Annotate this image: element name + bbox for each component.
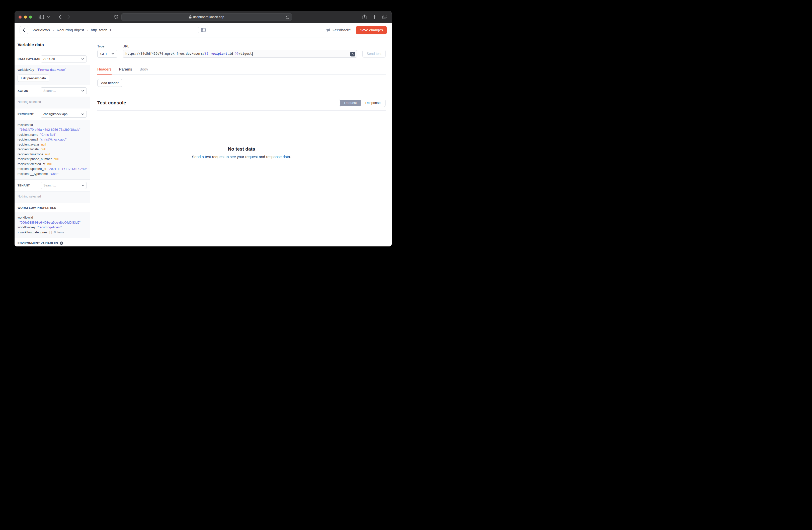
reload-icon[interactable] [286,15,289,19]
field-row: recipient.localenull [17,147,87,152]
tenant-empty-text: Nothing selected [17,194,87,200]
save-changes-button[interactable]: Save changes [356,26,387,34]
field-value-string: "16c1fd70-b49a-48d2-8256-73a2b9f18adb" [19,128,80,131]
breadcrumb-separator: › [87,28,88,32]
field-value-string: "006e938f-98e6-408e-a9de-dbb04d0f83d5" [19,221,81,224]
field-row: workflow.key"recurring-digest" [17,225,87,230]
preview-data-band: variableKey "Preview data value" Edit pr… [15,65,90,85]
panel-layout-icon [201,28,206,32]
data-payload-value: API Call [43,57,55,61]
field-value-null: null [41,143,46,146]
chevron-down-icon[interactable] [47,16,50,18]
field-key: recipient.__typename [17,172,48,176]
feedback-link[interactable]: Feedback? [326,28,351,32]
sidebar-title: Variable data [15,37,90,53]
new-tab-icon[interactable] [373,15,376,19]
megaphone-icon [326,28,331,32]
variable-data-sidebar: Variable data DATA PAYLOAD API Call vari… [15,37,90,247]
close-window-button[interactable] [18,16,21,18]
workflow-fields-band: workflow.id"006e938f-98e6-408e-a9de-dbb0… [15,213,90,238]
back-icon[interactable] [59,15,61,19]
field-key: workflow.categories [20,231,47,234]
share-icon[interactable] [362,15,367,19]
method-select[interactable]: GET [97,50,117,58]
tab-body[interactable]: Body [140,67,148,74]
field-value-null: null [47,162,53,166]
field-value-string: "Chris Bell" [40,133,56,137]
toggle-response[interactable]: Response [361,100,385,106]
toolbar-divider [54,15,54,19]
preview-value: "Preview data value" [37,68,66,71]
shield-icon[interactable] [114,15,118,19]
empty-state-title: No test data [97,146,386,152]
address-bar[interactable]: dashboard.knock.app [121,13,292,21]
info-icon[interactable] [60,241,63,245]
field-value-block: "006e938f-98e6-408e-a9de-dbb04d0f83d5" [17,220,87,225]
tenant-empty-band: Nothing selected [15,192,90,203]
data-payload-label: DATA PAYLOAD [17,57,40,60]
chevron-down-icon [82,185,84,186]
actor-placeholder: Search... [43,89,56,93]
field-key: recipient.id [17,123,33,127]
app-header: Workflows › Recurring digest › http_fetc… [15,23,392,37]
breadcrumb-workflow-name[interactable]: Recurring digest [57,28,84,32]
field-row: variableKey "Preview data value" [17,68,87,72]
environment-variables-label: ENVIRONMENT VARIABLES [17,242,58,245]
expand-editor-icon[interactable] [350,52,355,56]
actor-empty-text: Nothing selected [17,99,87,105]
field-key: recipient.email [17,138,38,141]
workflow-properties-label: WORKFLOW PROPERTIES [17,206,56,209]
panel-toggle-button[interactable] [198,26,208,34]
url-input[interactable]: https://84c5df439d74.ngrok-free.dev/user… [122,50,357,58]
field-value-string: "chris@knock.app" [40,138,67,141]
field-row: recipient.avatarnull [17,142,87,147]
send-test-button[interactable]: Send test [362,50,386,58]
chevron-down-icon [112,53,114,55]
field-value-bracket: [ ] [49,231,52,234]
field-row: workflow.id [17,215,87,220]
address-bar-url: dashboard.knock.app [193,15,224,19]
field-value-null: null [54,157,59,161]
url-label: URL [122,44,357,48]
tenant-label: TENANT [17,184,30,187]
sidebar-icon[interactable] [39,15,44,19]
chevron-down-icon [82,113,84,115]
back-button[interactable] [19,26,28,34]
field-value-block: "16c1fd70-b49a-48d2-8256-73a2b9f18adb" [17,127,87,132]
tab-headers[interactable]: Headers [97,67,112,74]
tenant-select[interactable]: Search... [41,182,87,189]
preview-key: variableKey [17,68,34,71]
edit-preview-data-button[interactable]: Edit preview data [17,74,49,82]
tab-overview-icon[interactable] [382,15,387,19]
data-payload-select[interactable]: API Call [41,55,87,62]
recipient-value: chris@knock.app [43,112,68,116]
field-row: recipient.__typename"User" [17,172,87,177]
actor-select[interactable]: Search... [41,87,87,94]
breadcrumb-workflows[interactable]: Workflows [33,28,50,32]
field-row: recipient.email"chris@knock.app" [17,137,87,142]
request-response-toggle: Request Response [339,99,386,107]
field-row: recipient.phone_numbernull [17,157,87,162]
browser-window: dashboard.knock.app Workflows › [15,11,392,247]
chevron-down-icon [82,58,84,60]
breadcrumb: Workflows › Recurring digest › http_fetc… [33,28,112,32]
field-row: recipient.name"Chris Bell" [17,132,87,138]
tab-params[interactable]: Params [119,67,132,74]
field-row: recipient.created_atnull [17,162,87,167]
type-label: Type [97,44,117,48]
browser-chrome: dashboard.knock.app [15,11,392,23]
breadcrumb-separator: › [53,28,54,32]
minimize-window-button[interactable] [24,16,27,18]
field-value-null: null [41,148,46,151]
forward-icon[interactable] [68,15,70,19]
field-key: workflow.id [17,216,33,219]
recipient-select[interactable]: chris@knock.app [41,111,87,118]
zoom-window-button[interactable] [29,16,32,18]
field-row: recipient.id [17,123,87,128]
add-header-button[interactable]: Add header [97,79,122,87]
toggle-request[interactable]: Request [340,100,361,106]
field-key: workflow.key [17,226,35,229]
field-key: recipient.name [17,133,38,137]
chevron-right-icon[interactable]: › [17,230,18,235]
text-cursor [252,52,252,56]
